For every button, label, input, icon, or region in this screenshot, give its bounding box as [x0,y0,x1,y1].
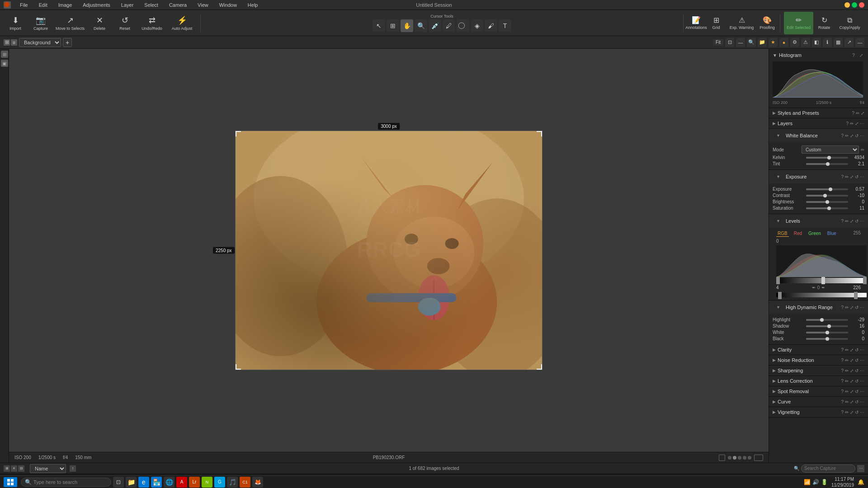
exposure-thumb[interactable] [829,188,832,191]
sharp-edit-icon[interactable]: ✏ [845,368,849,373]
levels-header[interactable]: ▼ Levels ? ✏ ⤢ ↺ ⋯ [769,214,868,228]
sr-reset-icon[interactable]: ↺ [855,389,859,394]
taskbar-battery-icon[interactable]: 🔋 [821,479,828,485]
exp-reset-icon[interactable]: ↺ [855,174,859,179]
clarity-more-icon[interactable]: ⋯ [860,347,864,352]
reset-button[interactable]: ↺ Reset [113,12,137,34]
brightness-slider[interactable] [806,201,848,203]
sharp-expand-icon[interactable]: ⤢ [850,368,854,373]
menu-adjustments[interactable]: Adjustments [81,1,112,9]
menu-edit[interactable]: Edit [37,1,49,9]
close-button[interactable] [859,2,864,8]
curve-reset-icon[interactable]: ↺ [855,399,859,404]
filmstrip-view-1[interactable]: ⊞ [4,465,10,472]
noise-reduction-section[interactable]: ▶ Noise Reduction ? ✏ ⤢ ↺ ⋯ [769,355,868,366]
levels-black-pt[interactable]: 0 [817,285,820,290]
nr-reset-icon[interactable]: ↺ [855,358,859,363]
nr-help-icon[interactable]: ? [841,358,844,363]
nr-more-icon[interactable]: ⋯ [860,358,864,363]
filter-icon[interactable]: ▦ [834,38,843,47]
shadow-slider[interactable] [806,325,848,327]
histogram-header[interactable]: ▼ Histogram ? ⤢ [769,51,868,60]
sr-expand-icon[interactable]: ⤢ [850,389,854,394]
status-grid-icon[interactable] [719,455,725,461]
levels-expand-icon[interactable]: ⤢ [850,219,854,224]
vig-reset-icon[interactable]: ↺ [855,410,859,415]
brightness-thumb[interactable] [826,200,829,204]
taskbar-notification-icon[interactable]: 🔔 [858,479,864,485]
levels-out-black-handle[interactable] [778,292,782,299]
exposure-slider[interactable] [806,188,848,190]
undo-redo-button[interactable]: ⇄ Undo/Redo [138,12,165,34]
lc-more-icon[interactable]: ⋯ [860,379,864,384]
wb-kelvin-thumb[interactable] [827,156,831,160]
styles-presets-section[interactable]: ▶ Styles and Presets ? ✏ ⤢ [769,108,868,118]
cursor-lasso-tool[interactable]: ⃝ [457,19,469,32]
levels-reset-icon[interactable]: ↺ [855,219,859,224]
cursor-hand-tool[interactable]: ✋ [401,19,413,32]
sharp-reset-icon[interactable]: ↺ [855,368,859,373]
curve-help-icon[interactable]: ? [841,399,844,404]
vig-help-icon[interactable]: ? [841,410,844,415]
hdr-edit-icon[interactable]: ✏ [845,305,849,310]
menu-layer[interactable]: Layer [119,1,136,9]
hdr-help-icon[interactable]: ? [841,305,844,310]
annotations-button[interactable]: 📝 Annotations [687,12,705,34]
lc-help-icon[interactable]: ? [841,379,844,384]
settings-icon[interactable]: ⚙ [790,38,799,47]
lp-expand-icon[interactable]: ⤢ [855,121,859,126]
sr-edit-icon[interactable]: ✏ [845,389,849,394]
star-icon[interactable]: ★ [769,38,778,47]
exposure-header[interactable]: ▼ Exposure ? ✏ ⤢ ↺ ⋯ [769,170,868,183]
search-icon[interactable]: 🔍 [747,38,756,47]
exp-expand-icon[interactable]: ⤢ [850,174,854,179]
rotate-button[interactable]: ↻ Rotate [815,12,833,34]
layers-panel-section[interactable]: ▶ Layers ? ✏ ⤢ ⋯ [769,118,868,129]
lp-more-icon[interactable]: ⋯ [860,121,864,126]
menu-file[interactable]: File [18,1,30,9]
levels-tab-rgb[interactable]: RGB [776,230,789,237]
levels-mid-handle[interactable] [821,277,825,284]
cursor-brush-tool[interactable]: 🖌 [485,19,497,32]
metadata-icon[interactable]: ℹ [823,38,832,47]
hdr-expand-icon[interactable]: ⤢ [850,305,854,310]
sharp-help-icon[interactable]: ? [841,368,844,373]
highlight-slider[interactable] [806,319,848,321]
clarity-expand-icon[interactable]: ⤢ [850,347,854,352]
wb-expand-icon[interactable]: ⤢ [850,133,854,138]
left-tool-2[interactable]: ▣ [1,60,8,67]
taskbar-music[interactable]: 🎵 [227,477,238,488]
cursor-text-tool[interactable]: T [499,19,511,32]
levels-help-icon[interactable]: ? [841,219,844,224]
vig-edit-icon[interactable]: ✏ [845,410,849,415]
shadow-thumb[interactable] [827,324,831,328]
cursor-stamp-tool[interactable]: ◈ [471,19,483,32]
wb-kelvin-slider[interactable] [806,157,848,159]
lc-edit-icon[interactable]: ✏ [845,379,849,384]
histogram-help-icon[interactable]: ? [850,53,857,58]
filmstrip-sort-direction[interactable]: ↑ [70,465,76,472]
saturation-slider[interactable] [806,207,848,209]
sharp-more-icon[interactable]: ⋯ [860,368,864,373]
nav-dot-5[interactable] [748,456,751,460]
filmstrip-view-2[interactable]: ≡ [11,465,17,472]
sp-expand-icon[interactable]: ⤢ [861,111,864,116]
sr-help-icon[interactable]: ? [841,389,844,394]
white-balance-header[interactable]: ▼ White Balance ? ✏ ⤢ ↺ ⋯ [769,129,868,142]
cursor-crop-tool[interactable]: ⊞ [387,19,399,32]
color-icon[interactable]: ● [779,38,788,47]
white-thumb[interactable] [826,331,829,334]
left-tool-1[interactable]: ⊞ [1,51,8,58]
saturation-thumb[interactable] [827,206,831,210]
hdr-reset-icon[interactable]: ↺ [855,305,859,310]
levels-more-icon[interactable]: ⋯ [860,219,864,224]
clarity-help-icon[interactable]: ? [841,347,844,352]
black-slider[interactable] [806,338,848,340]
hdr-header[interactable]: ▼ High Dynamic Range ? ✏ ⤢ ↺ ⋯ [769,300,868,314]
levels-input-slider[interactable] [776,278,867,283]
taskbar-chrome[interactable]: 🌐 [164,477,175,488]
taskbar-edge[interactable]: e [138,477,149,488]
wb-reset-icon[interactable]: ↺ [855,133,859,138]
levels-eyedropper-black[interactable]: ✒ [812,285,816,290]
curve-section[interactable]: ▶ Curve ? ✏ ⤢ ↺ ⋯ [769,397,868,407]
